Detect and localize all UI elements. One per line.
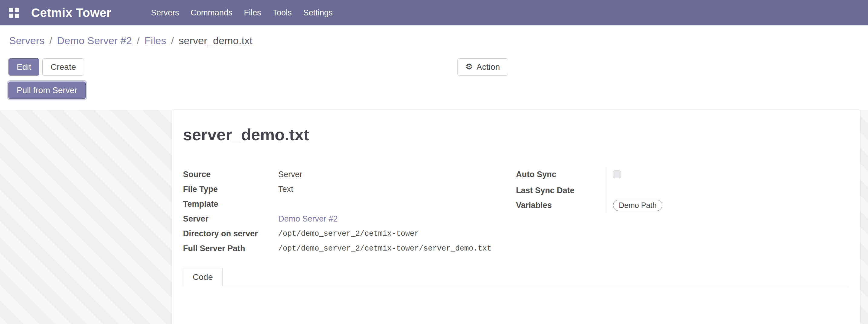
control-panel-buttons: Edit Create ⚙ Action: [0, 56, 868, 78]
notebook-tabs: Code: [183, 268, 849, 286]
field-label-template: Template: [183, 197, 278, 212]
field-label-file-type: File Type: [183, 182, 278, 197]
form-header-buttons: Pull from Server: [0, 78, 868, 102]
top-navbar: Cetmix Tower Servers Commands Files Tool…: [0, 0, 868, 25]
menu-item-files[interactable]: Files: [238, 0, 267, 25]
field-group: Source Server File Type Text Template Se…: [183, 167, 849, 256]
breadcrumb-files[interactable]: Files: [145, 35, 166, 46]
field-value-last-sync-date: [606, 183, 849, 198]
field-row-last-sync-date: Last Sync Date: [516, 183, 849, 198]
auto-sync-checkbox: [613, 170, 621, 178]
apps-grid-square: [9, 8, 13, 12]
field-column-right: Auto Sync Last Sync Date Variables Demo …: [516, 167, 849, 256]
menu-item-commands[interactable]: Commands: [185, 0, 238, 25]
apps-menu-icon[interactable]: [9, 8, 19, 18]
form-background: server_demo.txt Source Server File Type …: [0, 110, 868, 324]
breadcrumb: Servers / Demo Server #2 / Files / serve…: [0, 25, 868, 56]
field-row-auto-sync: Auto Sync: [516, 167, 849, 183]
tab-code-content: [183, 286, 849, 324]
field-row-directory: Directory on server /opt/demo_server_2/c…: [183, 226, 516, 241]
create-button[interactable]: Create: [42, 58, 84, 75]
field-row-file-type: File Type Text: [183, 182, 516, 197]
field-row-variables: Variables Demo Path: [516, 198, 849, 213]
field-value-full-path: /opt/demo_server_2/cetmix-tower/server_d…: [278, 241, 516, 256]
field-label-variables: Variables: [516, 198, 606, 213]
menu-item-servers[interactable]: Servers: [145, 0, 185, 25]
field-label-source: Source: [183, 167, 278, 182]
form-sheet: server_demo.txt Source Server File Type …: [172, 110, 860, 324]
field-row-template: Template: [183, 197, 516, 212]
apps-grid-square: [15, 8, 19, 12]
field-column-left: Source Server File Type Text Template Se…: [183, 167, 516, 256]
edit-button[interactable]: Edit: [8, 58, 39, 75]
record-title: server_demo.txt: [183, 125, 849, 143]
field-label-auto-sync: Auto Sync: [516, 167, 606, 182]
breadcrumb-demo-server-2[interactable]: Demo Server #2: [57, 35, 132, 46]
variable-tag-demo-path: Demo Path: [613, 200, 662, 211]
breadcrumb-current: server_demo.txt: [179, 35, 252, 46]
server-record-link[interactable]: Demo Server #2: [278, 214, 338, 223]
action-menu-button[interactable]: ⚙ Action: [457, 58, 508, 75]
pull-from-server-button[interactable]: Pull from Server: [8, 82, 86, 99]
gear-icon: ⚙: [465, 63, 473, 71]
apps-grid-square: [15, 13, 19, 18]
field-label-directory: Directory on server: [183, 226, 278, 241]
top-menu: Servers Commands Files Tools Settings: [145, 0, 338, 25]
field-value-directory: /opt/demo_server_2/cetmix-tower: [278, 226, 516, 241]
breadcrumb-separator: /: [49, 35, 52, 46]
field-value-source: Server: [278, 167, 516, 182]
field-row-source: Source Server: [183, 167, 516, 182]
breadcrumb-servers[interactable]: Servers: [9, 35, 44, 46]
field-row-full-path: Full Server Path /opt/demo_server_2/cetm…: [183, 241, 516, 256]
apps-grid-square: [9, 13, 13, 18]
tab-code[interactable]: Code: [183, 268, 223, 286]
menu-item-settings[interactable]: Settings: [297, 0, 338, 25]
field-label-full-path: Full Server Path: [183, 241, 278, 256]
breadcrumb-separator: /: [137, 35, 140, 46]
field-label-last-sync-date: Last Sync Date: [516, 183, 606, 198]
field-value-file-type: Text: [278, 182, 516, 197]
menu-item-tools[interactable]: Tools: [267, 0, 297, 25]
field-row-server: Server Demo Server #2: [183, 212, 516, 226]
action-menu-label: Action: [476, 62, 500, 72]
app-brand[interactable]: Cetmix Tower: [31, 6, 111, 20]
field-label-server: Server: [183, 212, 278, 226]
breadcrumb-separator: /: [171, 35, 174, 46]
